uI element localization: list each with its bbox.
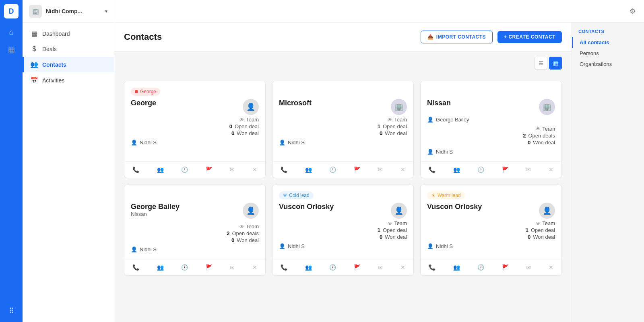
stat-team: 👁 Team xyxy=(536,126,555,132)
sidebar-item-label: Dashboard xyxy=(42,31,70,37)
eye-icon: 👁 xyxy=(388,221,392,226)
owner-icon: 👤 xyxy=(131,139,137,146)
tag-label: Cold lead xyxy=(289,193,310,198)
sidebar-item-label: Contacts xyxy=(42,62,66,68)
call-icon[interactable]: 📞 xyxy=(427,165,437,174)
card-footer: 📞 👥 🕐 🚩 ✉ ✕ xyxy=(421,161,561,178)
name-subtitle-group: George Bailey Nissan xyxy=(131,203,180,222)
owner-icon: 👤 xyxy=(279,243,285,249)
call-icon[interactable]: 📞 xyxy=(279,165,289,174)
stat-team-label: Team xyxy=(394,220,407,226)
eye-icon: 👁 xyxy=(239,117,244,123)
open-deals-count: 2 xyxy=(227,230,229,236)
stat-team-label: Team xyxy=(542,220,555,226)
close-icon[interactable]: ✕ xyxy=(399,165,407,174)
open-deals-count: 1 xyxy=(378,227,380,233)
sidebar-item-contacts[interactable]: 👥 Contacts xyxy=(23,57,114,72)
stat-open-deals: 1 Open deal xyxy=(378,123,407,129)
email-icon[interactable]: ✉ xyxy=(524,165,533,174)
stat-open-deals: 2 Open deals xyxy=(523,133,555,139)
flag-icon[interactable]: 🚩 xyxy=(352,165,362,174)
nav-home[interactable]: ⌂ xyxy=(4,25,19,39)
contacts-main: Contacts 📥 IMPORT CONTACTS + CREATE CONT… xyxy=(114,23,572,322)
close-icon[interactable]: ✕ xyxy=(547,263,555,272)
close-icon[interactable]: ✕ xyxy=(251,165,259,174)
clock-icon[interactable]: 🕐 xyxy=(476,165,486,174)
call-icon[interactable]: 📞 xyxy=(427,263,437,272)
open-deals-count: 2 xyxy=(523,133,526,139)
flag-icon[interactable]: 🚩 xyxy=(204,165,214,174)
clock-icon[interactable]: 🕐 xyxy=(180,165,190,174)
card-name-row: Vuscon Orlosky 👤 xyxy=(427,203,555,219)
header-actions: 📥 IMPORT CONTACTS + CREATE CONTACT xyxy=(421,31,562,43)
card-body: ❄ Cold lead Vuscon Orlosky 👤 👁 Team xyxy=(272,185,413,259)
card-body: ☀ Warm lead Vuscon Orlosky 👤 👁 Team xyxy=(421,185,561,259)
open-deals-label: Open deal xyxy=(235,123,259,129)
grid-view-button[interactable]: ▦ xyxy=(549,57,562,70)
card-owner: 👤 Nidhi S xyxy=(427,149,555,155)
email-icon[interactable]: ✉ xyxy=(376,165,384,174)
card-name-row: Vuscon Orlosky 👤 xyxy=(279,203,407,219)
clock-icon[interactable]: 🕐 xyxy=(328,165,338,174)
list-view-button[interactable]: ☰ xyxy=(535,57,547,70)
stat-open-deals: 1 Open deal xyxy=(378,227,407,233)
eye-icon: 👁 xyxy=(388,117,392,123)
close-icon[interactable]: ✕ xyxy=(399,263,407,272)
contacts-grid: George George 👤 👁 Team 0 xyxy=(114,74,572,322)
activities-icon: 📅 xyxy=(30,76,38,84)
people-icon[interactable]: 👥 xyxy=(452,165,462,174)
right-panel-organizations[interactable]: Organizations xyxy=(572,59,644,70)
contact-name: Vuscon Orlosky xyxy=(427,203,482,211)
nav-grid[interactable]: ⠿ xyxy=(4,304,19,318)
app-logo: D xyxy=(4,4,19,18)
email-icon[interactable]: ✉ xyxy=(228,165,236,174)
clock-icon[interactable]: 🕐 xyxy=(180,263,190,272)
owner-name: Nidhi S xyxy=(436,149,453,155)
clock-icon[interactable]: 🕐 xyxy=(476,263,486,272)
contacts-icon: 👥 xyxy=(30,61,38,68)
card-body: Nissan 🏢 👤 George Bailey 👁 Team xyxy=(421,81,561,161)
right-panel-persons[interactable]: Persons xyxy=(572,48,644,59)
import-contacts-button[interactable]: 📥 IMPORT CONTACTS xyxy=(421,31,493,43)
gear-icon[interactable]: ⚙ xyxy=(630,7,636,16)
sidebar-item-dashboard[interactable]: ▦ Dashboard xyxy=(23,26,114,41)
card-footer: 📞 👥 🕐 🚩 ✉ ✕ xyxy=(124,259,265,275)
company-selector[interactable]: 🏢 Nidhi Comp... ▾ xyxy=(23,0,114,23)
sidebar-item-activities[interactable]: 📅 Activities xyxy=(23,72,114,88)
people-icon[interactable]: 👥 xyxy=(303,165,314,174)
flag-icon[interactable]: 🚩 xyxy=(500,263,510,272)
right-panel: CONTACTS All contacts Persons Organizati… xyxy=(572,23,644,322)
stat-team: 👁 Team xyxy=(536,220,555,226)
flag-icon[interactable]: 🚩 xyxy=(500,165,510,174)
sun-icon: ☀ xyxy=(431,193,436,198)
flag-icon[interactable]: 🚩 xyxy=(352,263,362,272)
email-icon[interactable]: ✉ xyxy=(376,263,384,272)
email-icon[interactable]: ✉ xyxy=(524,263,533,272)
contact-name: George xyxy=(131,99,156,107)
nav-dashboard[interactable]: ▦ xyxy=(4,43,19,57)
people-icon[interactable]: 👥 xyxy=(155,165,165,174)
close-icon[interactable]: ✕ xyxy=(251,263,259,272)
main-content: ⚙ Contacts 📥 IMPORT CONTACTS + CREATE CO… xyxy=(114,0,644,322)
stat-team: 👁 Team xyxy=(239,117,259,123)
create-contact-button[interactable]: + CREATE CONTACT xyxy=(497,31,562,43)
clock-icon[interactable]: 🕐 xyxy=(328,263,338,272)
close-icon[interactable]: ✕ xyxy=(547,165,555,174)
contact-card: George George 👤 👁 Team 0 xyxy=(124,81,266,178)
people-icon[interactable]: 👥 xyxy=(452,263,462,272)
right-panel-all-contacts[interactable]: All contacts xyxy=(572,37,644,48)
call-icon[interactable]: 📞 xyxy=(279,263,289,272)
sidebar-item-deals[interactable]: $ Deals xyxy=(23,41,114,57)
avatar: 🏢 xyxy=(391,99,407,115)
flag-icon[interactable]: 🚩 xyxy=(204,263,214,272)
people-icon[interactable]: 👥 xyxy=(303,263,314,272)
call-icon[interactable]: 📞 xyxy=(131,165,141,174)
owner-name: Nidhi S xyxy=(140,246,157,252)
won-deals-count: 0 xyxy=(528,234,530,240)
call-icon[interactable]: 📞 xyxy=(131,263,141,272)
deals-icon: $ xyxy=(30,45,38,53)
card-body: George George 👤 👁 Team 0 xyxy=(124,81,265,161)
email-icon[interactable]: ✉ xyxy=(228,263,236,272)
people-icon[interactable]: 👥 xyxy=(155,263,165,272)
stat-team-label: Team xyxy=(246,117,259,123)
